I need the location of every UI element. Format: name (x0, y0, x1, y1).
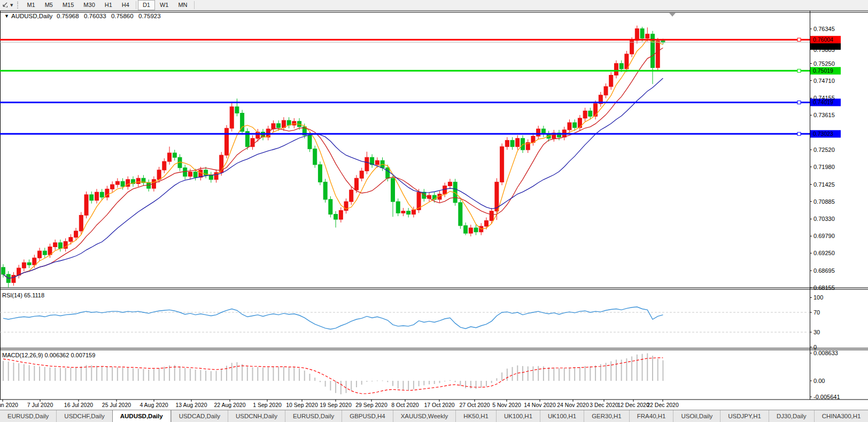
svg-text:-0.005641: -0.005641 (813, 394, 840, 400)
svg-text:0.71980: 0.71980 (813, 164, 835, 170)
chart-tool-group[interactable]: ▼ (0, 1, 15, 9)
trading-terminal-window: ▼ M1M5M15M30H1H4D1W1MN 0.760040.750190.7… (0, 0, 868, 422)
svg-text:0.76004: 0.76004 (813, 36, 833, 43)
legend-collapse-icon[interactable]: ▼ (4, 13, 9, 19)
legend-symbol: AUDUSD,Daily (11, 13, 53, 19)
level-drag-handle[interactable] (797, 38, 801, 41)
svg-text:0.69790: 0.69790 (813, 233, 835, 239)
chart-tab-usdjpy-h1[interactable]: USDJPY,H1 (720, 410, 769, 422)
chart-tab-usdcnh-daily[interactable]: USDCNH,Daily (228, 410, 285, 422)
timeframe-button-m30[interactable]: M30 (79, 0, 99, 10)
svg-text:8 Oct 2020: 8 Oct 2020 (391, 402, 419, 408)
chart-tab-usdcad-daily[interactable]: USDCAD,Daily (171, 410, 228, 422)
chart-tab-dj30-daily[interactable]: DJ30,Daily (769, 410, 814, 422)
svg-text:0.73023: 0.73023 (813, 131, 833, 137)
svg-text:0.68155: 0.68155 (813, 285, 835, 291)
timeframe-button-h1[interactable]: H1 (100, 0, 117, 10)
svg-text:10 Sep 2020: 10 Sep 2020 (286, 402, 318, 408)
svg-text:0.73615: 0.73615 (813, 112, 835, 118)
svg-text:16 Jul 2020: 16 Jul 2020 (64, 402, 93, 408)
svg-text:0.68695: 0.68695 (813, 267, 835, 274)
svg-text:0.69250: 0.69250 (813, 250, 835, 256)
svg-text:0.72520: 0.72520 (813, 147, 835, 153)
chart-tab-usdchf-daily[interactable]: USDCHF,Daily (56, 410, 112, 422)
chart-tab-eurusd-daily[interactable]: EURUSD,Daily (0, 410, 56, 422)
price-level-badge: 0.75019 (810, 67, 841, 74)
macd-indicator-label: MACD(12,26,9) 0.006362 0.007159 (2, 352, 95, 358)
chart-tab-ger30-h1[interactable]: GER30,H1 (584, 410, 629, 422)
chart-tab-fra40-h1[interactable]: FRA40,H1 (629, 410, 673, 422)
chart-tab-uk100-h1[interactable]: UK100,H1 (540, 410, 584, 422)
svg-text:3 Dec 2020: 3 Dec 2020 (590, 402, 618, 408)
chart-canvas[interactable]: 0.760040.750190.740190.730230.759230.763… (0, 0, 868, 410)
svg-text:22 Aug 2020: 22 Aug 2020 (214, 402, 246, 408)
svg-text:22 Dec 2020: 22 Dec 2020 (647, 402, 679, 408)
svg-text:0.74155: 0.74155 (813, 95, 835, 101)
chart-tab-usoil-daily[interactable]: USOil,Daily (673, 410, 720, 422)
rsi-indicator-label: RSI(14) 65.1118 (2, 292, 44, 298)
chart-tab-china300-h1[interactable]: CHINA300,H1 (814, 410, 868, 422)
toolbar-grip[interactable] (17, 2, 18, 9)
timeframe-button-d1[interactable]: D1 (138, 0, 155, 10)
svg-text:0.75250: 0.75250 (813, 60, 835, 67)
chart-tab-bar: EURUSD,DailyUSDCHF,DailyAUDUSD,DailyUSDC… (0, 410, 868, 422)
legend-open: 0.75968 (57, 13, 79, 19)
svg-text:0.00: 0.00 (813, 378, 825, 384)
timeframe-button-m5[interactable]: M5 (40, 0, 58, 10)
pointer-tool-icon[interactable] (1, 1, 9, 9)
timeframe-button-w1[interactable]: W1 (155, 0, 174, 10)
svg-text:17 Oct 2020: 17 Oct 2020 (424, 402, 454, 408)
chart-tab-xauusd-weekly[interactable]: XAUUSD,Weekly (393, 410, 456, 422)
price-level-badge: 0.76004 (810, 36, 841, 43)
level-drag-handle[interactable] (797, 101, 801, 104)
svg-text:30: 30 (813, 329, 820, 335)
svg-text:24 Nov 2020: 24 Nov 2020 (557, 402, 589, 408)
svg-text:0.76345: 0.76345 (813, 26, 835, 32)
chart-tabs: EURUSD,DailyUSDCHF,DailyAUDUSD,DailyUSDC… (0, 410, 868, 422)
chart-tab-audusd-daily[interactable]: AUDUSD,Daily (112, 410, 171, 422)
timeframe-buttons: M1M5M15M30H1H4D1W1MN (22, 0, 196, 10)
timeframe-button-m15[interactable]: M15 (58, 0, 79, 10)
svg-text:0.70885: 0.70885 (813, 198, 835, 205)
svg-text:0.71425: 0.71425 (813, 181, 835, 188)
chart-tab-eurusd-daily[interactable]: EURUSD,Daily (285, 410, 342, 422)
timeframe-toolbar: ▼ M1M5M15M30H1H4D1W1MN (0, 0, 868, 11)
level-drag-handle[interactable] (797, 69, 801, 72)
chart-tab-hk50-h1[interactable]: HK50,H1 (455, 410, 496, 422)
level-drag-handle[interactable] (797, 132, 801, 135)
svg-text:0.75019: 0.75019 (813, 67, 833, 74)
svg-text:100: 100 (813, 294, 823, 301)
svg-text:0.70330: 0.70330 (813, 216, 835, 222)
svg-text:13 Aug 2020: 13 Aug 2020 (176, 402, 207, 408)
chart-legend: AUDUSD,Daily 0.75968 0.76033 0.75860 0.7… (11, 13, 161, 19)
timeframe-button-mn[interactable]: MN (173, 0, 192, 10)
svg-text:27 Oct 2020: 27 Oct 2020 (459, 402, 490, 408)
svg-text:7 Jul 2020: 7 Jul 2020 (27, 402, 53, 408)
svg-text:70: 70 (813, 309, 820, 316)
svg-text:5 Nov 2020: 5 Nov 2020 (492, 402, 521, 408)
chart-tab-uk100-h1[interactable]: UK100,H1 (496, 410, 540, 422)
legend-high: 0.76033 (84, 13, 106, 19)
svg-text:25 Jul 2020: 25 Jul 2020 (102, 402, 131, 408)
timeframe-button-m1[interactable]: M1 (22, 0, 40, 10)
chart-tab-gbpusd-h4[interactable]: GBPUSD,H4 (342, 410, 392, 422)
timeframe-button-h4[interactable]: H4 (117, 0, 134, 10)
svg-text:14 Nov 2020: 14 Nov 2020 (524, 402, 556, 408)
svg-text:27 Jun 2020: 27 Jun 2020 (0, 402, 18, 408)
svg-text:29 Sep 2020: 29 Sep 2020 (355, 402, 387, 408)
svg-text:12 Dec 2020: 12 Dec 2020 (617, 402, 649, 408)
svg-text:0.74710: 0.74710 (813, 78, 835, 84)
svg-text:19 Sep 2020: 19 Sep 2020 (320, 402, 352, 408)
svg-text:0.75805: 0.75805 (813, 47, 835, 53)
legend-close: 0.75923 (138, 13, 161, 19)
svg-text:4 Aug 2020: 4 Aug 2020 (140, 402, 168, 408)
svg-text:0.008633: 0.008633 (813, 350, 838, 356)
price-level-badge: 0.73023 (810, 130, 841, 137)
svg-text:1 Sep 2020: 1 Sep 2020 (253, 402, 282, 408)
svg-text:0: 0 (813, 344, 817, 350)
legend-low: 0.75860 (111, 13, 134, 19)
dropdown-caret-icon[interactable]: ▼ (10, 3, 13, 7)
